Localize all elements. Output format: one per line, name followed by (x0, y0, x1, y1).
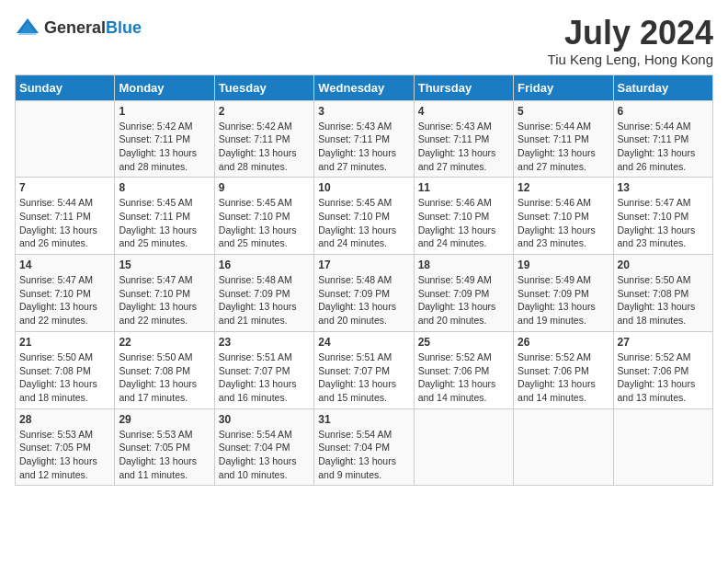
calendar-cell: 12Sunrise: 5:46 AMSunset: 7:10 PMDayligh… (514, 178, 613, 255)
calendar-cell: 4Sunrise: 5:43 AMSunset: 7:11 PMDaylight… (414, 100, 513, 178)
day-number: 30 (219, 413, 310, 426)
calendar-cell: 29Sunrise: 5:53 AMSunset: 7:05 PMDayligh… (115, 408, 214, 486)
cell-info: Sunrise: 5:43 AMSunset: 7:11 PMDaylight:… (318, 120, 409, 174)
day-number: 1 (119, 105, 210, 118)
calendar-cell: 5Sunrise: 5:44 AMSunset: 7:11 PMDaylight… (514, 100, 613, 178)
logo-blue: Blue (106, 18, 142, 37)
logo-text: GeneralBlue (44, 18, 142, 38)
cell-info: Sunrise: 5:42 AMSunset: 7:11 PMDaylight:… (219, 120, 310, 174)
col-header-wednesday: Wednesday (314, 75, 414, 100)
cell-info: Sunrise: 5:53 AMSunset: 7:05 PMDaylight:… (19, 428, 110, 482)
calendar-cell: 3Sunrise: 5:43 AMSunset: 7:11 PMDaylight… (314, 100, 414, 178)
calendar-cell: 17Sunrise: 5:48 AMSunset: 7:09 PMDayligh… (314, 255, 414, 332)
calendar-week-4: 21Sunrise: 5:50 AMSunset: 7:08 PMDayligh… (16, 331, 713, 408)
day-number: 14 (19, 259, 110, 271)
cell-info: Sunrise: 5:54 AMSunset: 7:04 PMDaylight:… (219, 428, 310, 482)
calendar-cell: 7Sunrise: 5:44 AMSunset: 7:11 PMDaylight… (16, 178, 115, 255)
cell-info: Sunrise: 5:52 AMSunset: 7:06 PMDaylight:… (518, 350, 609, 405)
day-number: 2 (219, 105, 310, 118)
day-number: 27 (618, 336, 709, 349)
day-number: 12 (518, 181, 609, 194)
calendar-cell (16, 100, 115, 178)
cell-info: Sunrise: 5:47 AMSunset: 7:10 PMDaylight:… (119, 273, 210, 327)
day-number: 31 (318, 413, 409, 426)
day-number: 23 (219, 336, 310, 349)
day-number: 21 (19, 336, 110, 349)
calendar-week-5: 28Sunrise: 5:53 AMSunset: 7:05 PMDayligh… (16, 408, 713, 486)
cell-info: Sunrise: 5:49 AMSunset: 7:09 PMDaylight:… (418, 273, 509, 327)
day-number: 19 (518, 259, 609, 271)
day-number: 3 (318, 105, 409, 118)
cell-info: Sunrise: 5:45 AMSunset: 7:11 PMDaylight:… (119, 196, 210, 250)
calendar-cell: 21Sunrise: 5:50 AMSunset: 7:08 PMDayligh… (16, 331, 115, 408)
cell-info: Sunrise: 5:47 AMSunset: 7:10 PMDaylight:… (618, 196, 709, 250)
day-number: 25 (418, 336, 509, 349)
calendar-cell: 23Sunrise: 5:51 AMSunset: 7:07 PMDayligh… (214, 331, 313, 408)
day-number: 13 (618, 181, 709, 194)
logo-icon (15, 15, 40, 40)
day-number: 11 (418, 181, 509, 194)
calendar-cell: 31Sunrise: 5:54 AMSunset: 7:04 PMDayligh… (314, 408, 414, 486)
cell-info: Sunrise: 5:53 AMSunset: 7:05 PMDaylight:… (119, 428, 210, 482)
cell-info: Sunrise: 5:45 AMSunset: 7:10 PMDaylight:… (318, 196, 409, 250)
location: Tiu Keng Leng, Hong Kong (548, 52, 713, 67)
day-number: 17 (318, 259, 409, 271)
calendar-cell: 16Sunrise: 5:48 AMSunset: 7:09 PMDayligh… (214, 255, 313, 332)
day-number: 22 (119, 336, 210, 349)
calendar-cell: 2Sunrise: 5:42 AMSunset: 7:11 PMDaylight… (214, 100, 313, 178)
calendar-cell: 26Sunrise: 5:52 AMSunset: 7:06 PMDayligh… (514, 331, 613, 408)
calendar-header-row: SundayMondayTuesdayWednesdayThursdayFrid… (16, 75, 713, 100)
calendar-cell: 27Sunrise: 5:52 AMSunset: 7:06 PMDayligh… (613, 331, 712, 408)
cell-info: Sunrise: 5:44 AMSunset: 7:11 PMDaylight:… (19, 196, 110, 250)
calendar-week-3: 14Sunrise: 5:47 AMSunset: 7:10 PMDayligh… (16, 255, 713, 332)
day-number: 29 (119, 413, 210, 426)
day-number: 8 (119, 181, 210, 194)
day-number: 7 (19, 181, 110, 194)
day-number: 20 (618, 259, 709, 271)
calendar-cell: 10Sunrise: 5:45 AMSunset: 7:10 PMDayligh… (314, 178, 414, 255)
calendar-cell: 22Sunrise: 5:50 AMSunset: 7:08 PMDayligh… (115, 331, 214, 408)
day-number: 6 (618, 105, 709, 118)
col-header-friday: Friday (514, 75, 613, 100)
cell-info: Sunrise: 5:45 AMSunset: 7:10 PMDaylight:… (219, 196, 310, 250)
cell-info: Sunrise: 5:44 AMSunset: 7:11 PMDaylight:… (518, 120, 609, 174)
col-header-tuesday: Tuesday (214, 75, 313, 100)
col-header-thursday: Thursday (414, 75, 513, 100)
calendar-cell: 8Sunrise: 5:45 AMSunset: 7:11 PMDaylight… (115, 178, 214, 255)
calendar-cell: 14Sunrise: 5:47 AMSunset: 7:10 PMDayligh… (16, 255, 115, 332)
calendar-cell (613, 408, 712, 486)
cell-info: Sunrise: 5:54 AMSunset: 7:04 PMDaylight:… (318, 428, 409, 482)
col-header-sunday: Sunday (16, 75, 115, 100)
calendar-table: SundayMondayTuesdayWednesdayThursdayFrid… (15, 75, 713, 487)
calendar-week-2: 7Sunrise: 5:44 AMSunset: 7:11 PMDaylight… (16, 178, 713, 255)
cell-info: Sunrise: 5:43 AMSunset: 7:11 PMDaylight:… (418, 120, 509, 174)
day-number: 18 (418, 259, 509, 271)
calendar-cell: 6Sunrise: 5:44 AMSunset: 7:11 PMDaylight… (613, 100, 712, 178)
cell-info: Sunrise: 5:50 AMSunset: 7:08 PMDaylight:… (618, 273, 709, 327)
day-number: 26 (518, 336, 609, 349)
day-number: 5 (518, 105, 609, 118)
month-year: July 2024 (548, 15, 713, 52)
calendar-cell: 24Sunrise: 5:51 AMSunset: 7:07 PMDayligh… (314, 331, 414, 408)
calendar-cell: 30Sunrise: 5:54 AMSunset: 7:04 PMDayligh… (214, 408, 313, 486)
cell-info: Sunrise: 5:47 AMSunset: 7:10 PMDaylight:… (19, 273, 110, 327)
day-number: 16 (219, 259, 310, 271)
day-number: 10 (318, 181, 409, 194)
day-number: 9 (219, 181, 310, 194)
cell-info: Sunrise: 5:52 AMSunset: 7:06 PMDaylight:… (618, 350, 709, 405)
cell-info: Sunrise: 5:48 AMSunset: 7:09 PMDaylight:… (318, 273, 409, 327)
day-number: 24 (318, 336, 409, 349)
day-number: 4 (418, 105, 509, 118)
day-number: 15 (119, 259, 210, 271)
col-header-monday: Monday (115, 75, 214, 100)
logo: GeneralBlue (15, 15, 142, 40)
calendar-cell: 20Sunrise: 5:50 AMSunset: 7:08 PMDayligh… (613, 255, 712, 332)
cell-info: Sunrise: 5:46 AMSunset: 7:10 PMDaylight:… (518, 196, 609, 250)
calendar-cell: 18Sunrise: 5:49 AMSunset: 7:09 PMDayligh… (414, 255, 513, 332)
calendar-cell: 28Sunrise: 5:53 AMSunset: 7:05 PMDayligh… (16, 408, 115, 486)
col-header-saturday: Saturday (613, 75, 712, 100)
calendar-cell: 19Sunrise: 5:49 AMSunset: 7:09 PMDayligh… (514, 255, 613, 332)
logo-general: General (44, 18, 106, 37)
cell-info: Sunrise: 5:51 AMSunset: 7:07 PMDaylight:… (318, 350, 409, 405)
calendar-cell (514, 408, 613, 486)
